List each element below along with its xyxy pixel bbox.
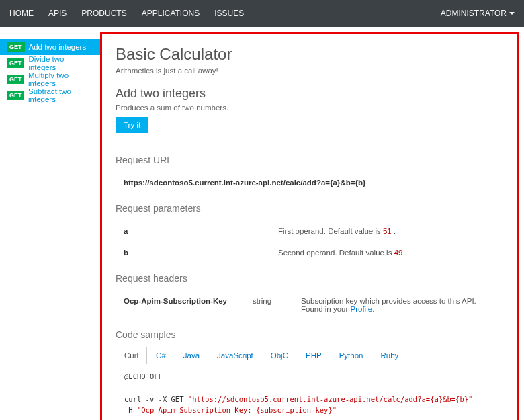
method-badge: GET <box>7 58 24 68</box>
code-block: @ECHO OFF curl -v -X GET "https://sdcont… <box>116 364 503 420</box>
nav-home[interactable]: HOME <box>9 9 34 18</box>
sidebar-item-divide[interactable]: GET Divide two integers <box>0 55 100 71</box>
sidebar-item-subtract[interactable]: GET Subtract two integers <box>0 87 100 103</box>
operation-desc: Produces a sum of two numbers. <box>116 103 503 112</box>
header-row: Ocp-Apim-Subscription-Key string Subscri… <box>116 290 503 320</box>
code-tab-php[interactable]: PHP <box>297 347 331 364</box>
top-nav-left: HOME APIS PRODUCTS APPLICATIONS ISSUES <box>9 9 244 18</box>
request-url-heading: Request URL <box>116 155 503 165</box>
page-subtitle: Arithmetics is just a call away! <box>116 67 503 75</box>
method-badge: GET <box>7 91 24 100</box>
code-tab-java[interactable]: Java <box>175 347 208 364</box>
try-it-button[interactable]: Try it <box>116 117 148 133</box>
header-desc: Subscription key which provides access t… <box>301 297 495 313</box>
nav-applications[interactable]: APPLICATIONS <box>142 9 200 18</box>
code-tab-javascript[interactable]: JavaScript <box>208 347 262 364</box>
header-type: string <box>253 297 293 305</box>
method-badge: GET <box>7 75 24 84</box>
code-tab-curl[interactable]: Curl <box>116 347 147 364</box>
request-params-heading: Request parameters <box>116 203 503 214</box>
param-name: b <box>124 249 278 257</box>
param-desc: First operand. Default value is 51 . <box>278 227 495 235</box>
param-default: 49 <box>394 249 403 257</box>
nav-user-menu[interactable]: ADMINISTRATOR <box>441 9 515 18</box>
code-tabs: Curl C# Java JavaScript ObjC PHP Python … <box>116 347 503 364</box>
sidebar-item-multiply[interactable]: GET Multiply two integers <box>0 71 100 87</box>
param-row: a First operand. Default value is 51 . <box>116 220 503 242</box>
code-tab-ruby[interactable]: Ruby <box>372 347 407 364</box>
sidebar-item-label: Divide two integers <box>28 55 93 71</box>
param-name: a <box>124 227 278 235</box>
request-url: https://sdcontoso5.current.int-azure-api… <box>116 172 503 194</box>
code-tab-objc[interactable]: ObjC <box>262 347 297 364</box>
param-row: b Second operand. Default value is 49 . <box>116 242 503 263</box>
operation-title: Add two integers <box>116 87 503 101</box>
page-title: Basic Calculator <box>116 45 503 64</box>
page-body: GET Add two integers GET Divide two inte… <box>0 27 524 420</box>
profile-link[interactable]: Profile <box>351 305 373 313</box>
nav-user-label: ADMINISTRATOR <box>441 9 507 18</box>
code-tab-csharp[interactable]: C# <box>147 347 175 364</box>
sidebar-item-label: Subtract two integers <box>28 87 93 103</box>
param-desc: Second operand. Default value is 49 . <box>278 249 495 257</box>
nav-apis[interactable]: APIS <box>48 9 67 18</box>
param-default: 51 <box>383 227 392 235</box>
code-samples-heading: Code samples <box>116 329 503 340</box>
nav-products[interactable]: PRODUCTS <box>81 9 126 18</box>
method-badge: GET <box>7 42 25 52</box>
request-headers-heading: Request headers <box>116 273 503 284</box>
code-tab-python[interactable]: Python <box>331 347 372 364</box>
sidebar-item-label: Multiply two integers <box>28 71 93 87</box>
content-panel: Basic Calculator Arithmetics is just a c… <box>100 32 519 420</box>
top-nav: HOME APIS PRODUCTS APPLICATIONS ISSUES A… <box>0 0 524 27</box>
header-name: Ocp-Apim-Subscription-Key <box>124 297 245 305</box>
sidebar-item-add[interactable]: GET Add two integers <box>0 39 100 55</box>
nav-issues[interactable]: ISSUES <box>214 9 244 18</box>
sidebar: GET Add two integers GET Divide two inte… <box>0 27 100 420</box>
caret-down-icon <box>509 12 515 15</box>
sidebar-item-label: Add two integers <box>29 43 87 51</box>
